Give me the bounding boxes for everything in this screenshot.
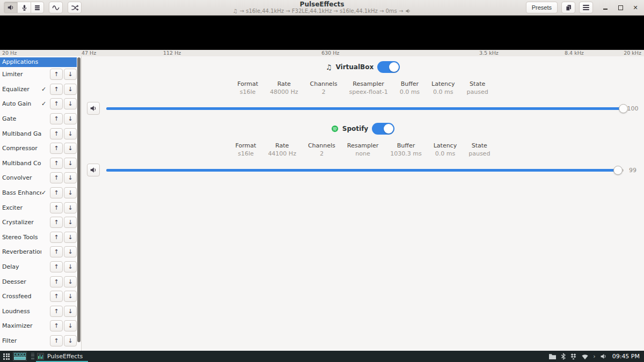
plugin-row[interactable]: Crossfeed ✓ ↑ ↓ xyxy=(0,289,77,304)
file-manager-icon[interactable] xyxy=(548,353,557,360)
wifi-icon[interactable] xyxy=(581,353,589,360)
move-down-button[interactable]: ↓ xyxy=(64,202,77,213)
arrow-up-icon: ↑ xyxy=(54,100,58,107)
app-enable-toggle[interactable] xyxy=(377,61,400,73)
move-down-button[interactable]: ↓ xyxy=(64,232,77,243)
move-up-button[interactable]: ↑ xyxy=(50,98,63,109)
field-value: 2 xyxy=(310,88,338,97)
plugin-row[interactable]: Multiband Gate ✓ ↑ ↓ xyxy=(0,126,77,141)
applications-menu-icon[interactable] xyxy=(3,353,10,360)
move-up-button[interactable]: ↑ xyxy=(50,320,63,331)
move-up-button[interactable]: ↑ xyxy=(50,113,63,124)
move-up-button[interactable]: ↑ xyxy=(50,246,63,257)
move-down-button[interactable]: ↓ xyxy=(64,261,77,272)
move-up-button[interactable]: ↑ xyxy=(50,217,63,228)
freq-tick-label: 3.5 kHz xyxy=(479,50,499,56)
plugin-row[interactable]: Loudness ✓ ↑ ↓ xyxy=(0,304,77,319)
move-down-button[interactable]: ↓ xyxy=(64,335,77,346)
enabled-check-icon: ✓ xyxy=(41,100,49,107)
move-down-button[interactable]: ↓ xyxy=(64,276,77,287)
taskbar-window-button[interactable]: PulseEffects xyxy=(36,351,88,362)
move-up-button[interactable]: ↑ xyxy=(50,172,63,183)
plugin-row[interactable]: Reverberation ✓ ↑ ↓ xyxy=(0,245,77,260)
move-up-button[interactable]: ↑ xyxy=(50,84,63,95)
move-up-button[interactable]: ↑ xyxy=(50,143,63,154)
volume-tray-icon[interactable] xyxy=(600,353,607,360)
menu-button[interactable] xyxy=(579,2,593,13)
move-down-button[interactable]: ↓ xyxy=(64,84,77,95)
clock[interactable]: 09:45 PM xyxy=(612,353,640,360)
move-up-button[interactable]: ↑ xyxy=(50,232,63,243)
plugin-row[interactable]: Filter ✓ ↑ ↓ xyxy=(0,334,77,349)
move-up-button[interactable]: ↑ xyxy=(50,335,63,346)
arrow-down-icon: ↓ xyxy=(68,204,72,211)
presets-button[interactable]: Presets xyxy=(526,2,558,13)
move-down-button[interactable]: ↓ xyxy=(64,69,77,80)
plugin-row[interactable]: Delay ✓ ↑ ↓ xyxy=(0,260,77,275)
plugin-row[interactable]: Convolver ✓ ↑ ↓ xyxy=(0,171,77,186)
move-down-button[interactable]: ↓ xyxy=(64,187,77,198)
move-down-button[interactable]: ↓ xyxy=(64,158,77,169)
volume-slider[interactable] xyxy=(106,165,624,175)
move-down-button[interactable]: ↓ xyxy=(64,98,77,109)
plugin-row[interactable]: Auto Gain ✓ ↑ ↓ xyxy=(0,97,77,112)
plugin-row[interactable]: Exciter ✓ ↑ ↓ xyxy=(0,200,77,215)
plugin-row[interactable]: Maximizer ✓ ↑ ↓ xyxy=(0,319,77,334)
move-down-button[interactable]: ↓ xyxy=(64,128,77,139)
pipeline-tab-button[interactable] xyxy=(31,2,44,13)
move-down-button[interactable]: ↓ xyxy=(64,306,77,317)
plugin-row[interactable]: Deesser ✓ ↑ ↓ xyxy=(0,274,77,289)
plugin-row[interactable]: Equalizer ✓ ↑ ↓ xyxy=(0,82,77,97)
spectrum-settings-button[interactable] xyxy=(49,2,63,13)
stream-field: Channels 2 xyxy=(302,142,341,158)
plugin-row[interactable]: Crystalizer ✓ ↑ ↓ xyxy=(0,215,77,230)
bypass-button[interactable] xyxy=(561,2,575,13)
plugin-label: Loudness xyxy=(2,308,41,315)
plugin-row[interactable]: Stereo Tools ✓ ↑ ↓ xyxy=(0,230,77,245)
move-down-button[interactable]: ↓ xyxy=(64,143,77,154)
sidebar-item-applications[interactable]: Applications xyxy=(0,57,77,67)
mute-button[interactable] xyxy=(87,102,100,115)
close-button[interactable]: ✕ xyxy=(632,4,639,11)
dropbox-icon[interactable] xyxy=(570,353,577,360)
move-up-button[interactable]: ↑ xyxy=(50,187,63,198)
volume-slider[interactable] xyxy=(106,103,624,114)
move-down-button[interactable]: ↓ xyxy=(64,113,77,124)
app-enable-toggle[interactable] xyxy=(372,123,394,135)
input-tab-button[interactable] xyxy=(17,2,31,13)
slider-knob[interactable] xyxy=(613,166,623,175)
plugin-row[interactable]: Limiter ✓ ↑ ↓ xyxy=(0,67,77,82)
tray-expander-icon[interactable]: › xyxy=(593,353,595,360)
output-tab-button[interactable] xyxy=(4,2,17,13)
move-up-button[interactable]: ↑ xyxy=(50,291,63,302)
plugin-row[interactable]: Compressor ✓ ↑ ↓ xyxy=(0,141,77,156)
move-up-button[interactable]: ↑ xyxy=(50,158,63,169)
move-up-button[interactable]: ↑ xyxy=(50,306,63,317)
move-up-button[interactable]: ↑ xyxy=(50,202,63,213)
move-up-button[interactable]: ↑ xyxy=(50,276,63,287)
mute-button[interactable] xyxy=(87,164,100,176)
slider-knob[interactable] xyxy=(619,104,628,113)
move-down-button[interactable]: ↓ xyxy=(64,320,77,331)
microphone-icon xyxy=(21,4,28,11)
plugin-row[interactable]: Bass Enhancer ✓ ↑ ↓ xyxy=(0,186,77,201)
move-down-button[interactable]: ↓ xyxy=(64,246,77,257)
workspace-switcher[interactable] xyxy=(13,352,27,361)
io-toggle-group xyxy=(4,2,44,13)
move-down-button[interactable]: ↓ xyxy=(64,291,77,302)
move-up-button[interactable]: ↑ xyxy=(50,128,63,139)
move-down-button[interactable]: ↓ xyxy=(64,217,77,228)
stream-field: Buffer 0.0 ms xyxy=(394,80,426,97)
move-down-button[interactable]: ↓ xyxy=(64,172,77,183)
move-up-button[interactable]: ↑ xyxy=(50,69,63,80)
move-up-button[interactable]: ↑ xyxy=(50,261,63,272)
plugin-row[interactable]: Gate ✓ ↑ ↓ xyxy=(0,112,77,127)
plugin-row[interactable]: Multiband Compressor ✓ ↑ ↓ xyxy=(0,156,77,171)
arrow-up-icon: ↑ xyxy=(54,174,58,181)
enabled-check-icon: ✓ xyxy=(41,189,49,196)
sidebar-scrollbar[interactable] xyxy=(77,57,80,342)
maximize-button[interactable] xyxy=(617,4,624,11)
minimize-button[interactable] xyxy=(602,4,609,11)
bluetooth-icon[interactable] xyxy=(561,353,566,360)
test-signal-button[interactable] xyxy=(68,2,82,13)
